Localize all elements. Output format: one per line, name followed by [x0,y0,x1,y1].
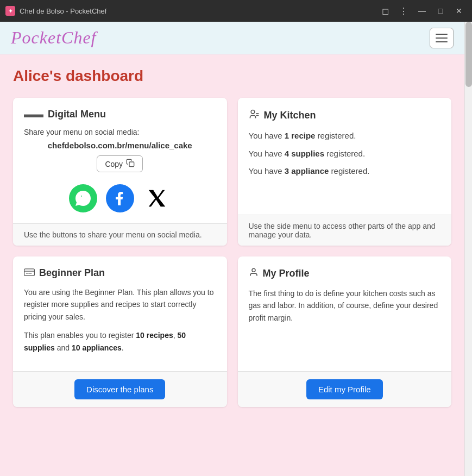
svg-rect-0 [129,162,134,167]
window-title: Chef de Bolso - PocketChef [20,7,373,15]
my-profile-body: My Profile The first thing to do is defi… [238,256,452,371]
beginner-plan-card: Beginner Plan You are using the Beginner… [13,256,227,407]
scrollbar-thumb[interactable] [465,22,472,87]
my-profile-title: My Profile [249,267,441,280]
appliance-stat: You have 3 appliance registered. [249,165,441,178]
social-icons [69,184,171,212]
minimize-button[interactable]: — [414,3,430,18]
my-kitchen-body: My Kitchen You have 1 recipe registered.… [238,98,452,215]
plan-desc-1: You are using the Beginner Plan. This pl… [24,286,216,323]
beginner-plan-footer: Discover the plans [13,371,227,407]
edit-profile-button[interactable]: Edit my Profile [306,379,383,399]
navbar: PocketChef [0,22,464,54]
plan-icon [24,267,35,279]
profile-icon [249,267,259,280]
hamburger-menu-button[interactable] [430,28,454,48]
digital-menu-footer: Use the buttons to share your menu on so… [13,223,227,246]
hamburger-line-2 [436,37,448,39]
dashboard-grid: ▬▬ Digital Menu Share your menu on socia… [13,98,451,407]
window-controls: ◻ ⋮ — □ ✕ [377,3,467,18]
maximize-button[interactable]: □ [433,3,448,18]
supplies-stat: You have 4 supplies registered. [249,148,441,160]
my-kitchen-card: My Kitchen You have 1 recipe registered.… [238,98,452,246]
my-profile-footer: Edit my Profile [238,371,452,407]
discover-plans-button[interactable]: Discover the plans [74,379,165,399]
menu-url: chefdebolso.com.br/menu/alice_cake [48,141,192,150]
main-content: Alice's dashboard ▬▬ Digital Menu Share … [0,54,464,476]
app-icon: ✦ [5,6,15,16]
profile-desc: The first thing to do is define your kit… [249,287,441,324]
hamburger-line-3 [436,41,448,42]
page-wrapper: ✦ Chef de Bolso - PocketChef ◻ ⋮ — □ ✕ P… [0,0,472,476]
svg-point-4 [251,110,255,114]
more-options-button[interactable]: ⋮ [396,3,411,18]
copy-button[interactable]: Copy [97,155,143,172]
svg-rect-7 [24,269,35,276]
url-section: chefdebolso.com.br/menu/alice_cake Copy [24,141,216,212]
beginner-plan-body: Beginner Plan You are using the Beginner… [13,256,227,371]
scrollbar[interactable] [464,22,472,476]
plan-desc-2: This plan enables you to register 10 rec… [24,329,216,354]
beginner-plan-title: Beginner Plan [24,267,216,279]
my-kitchen-icon [249,109,260,122]
content-area: PocketChef Alice's dashboard ▬▬ Digital … [0,22,464,476]
close-button[interactable]: ✕ [451,3,467,18]
brand-logo: PocketChef [11,28,96,48]
whatsapp-share-button[interactable] [69,184,97,212]
title-bar: ✦ Chef de Bolso - PocketChef ◻ ⋮ — □ ✕ [0,0,472,22]
recipe-stat: You have 1 recipe registered. [249,130,441,142]
digital-menu-icon: ▬▬ [24,109,43,120]
my-profile-card: My Profile The first thing to do is defi… [238,256,452,407]
my-kitchen-title: My Kitchen [249,109,441,122]
my-kitchen-footer: Use the side menu to access other parts … [238,215,452,246]
digital-menu-title: ▬▬ Digital Menu [24,109,216,120]
svg-point-11 [252,268,255,272]
page-title: Alice's dashboard [13,67,451,85]
extensions-button[interactable]: ◻ [377,3,393,18]
url-label: Share your menu on social media: [24,128,216,136]
hamburger-line-1 [436,34,448,35]
digital-menu-body: ▬▬ Digital Menu Share your menu on socia… [13,98,227,223]
copy-icon [126,159,135,169]
x-share-button[interactable] [143,184,171,212]
facebook-share-button[interactable] [106,184,134,212]
digital-menu-card: ▬▬ Digital Menu Share your menu on socia… [13,98,227,246]
